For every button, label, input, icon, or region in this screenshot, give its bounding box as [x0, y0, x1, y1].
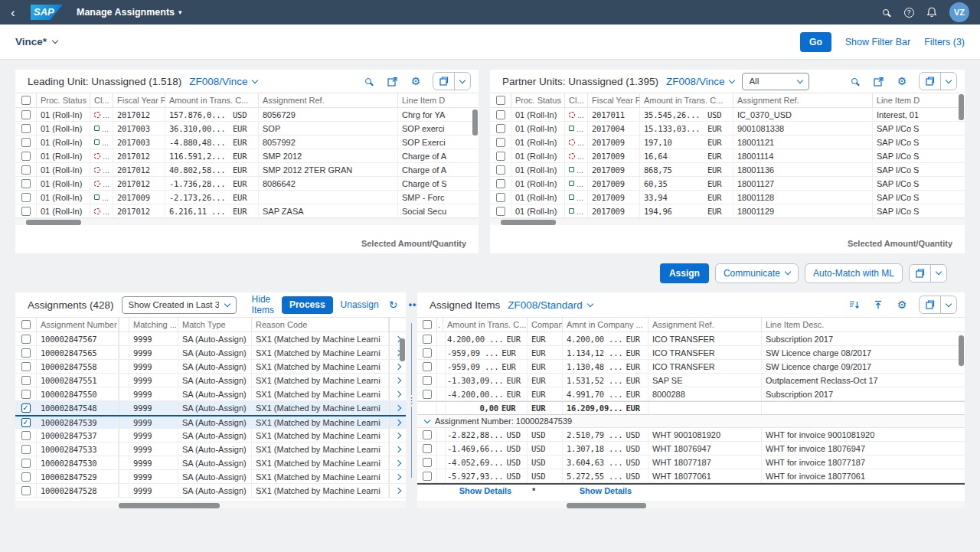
table-row[interactable]: -4.200,00...EUR EUR 4.991,70 ...EUR 8000… [417, 387, 965, 401]
leading-unit-selector[interactable]: ZF008/Vince [189, 76, 257, 87]
assignments-filter-select[interactable]: Show Created in Last 30... [122, 296, 237, 314]
table-row[interactable]: 01 (Roll-In) ... 2017009 16,64EUR 180011… [490, 149, 965, 163]
horizontal-scrollbar[interactable] [417, 501, 965, 508]
table-row[interactable]: 01 (Roll-In) ... 2017012 116.591,2...EUR… [15, 149, 479, 163]
help-icon[interactable]: ? [897, 8, 920, 18]
select-all-checkbox[interactable] [21, 96, 31, 105]
filters-link[interactable]: Filters (3) [924, 37, 965, 47]
select-all-checkbox[interactable] [423, 320, 432, 329]
table-row[interactable]: 100002847530 9999 SA (Auto-Assign) SX1 (… [15, 456, 406, 470]
copy-dropdown-chevron[interactable] [941, 296, 956, 313]
copy-icon[interactable] [910, 265, 931, 282]
table-row[interactable]: 100002847537 9999 SA (Auto-Assign) SX1 (… [15, 429, 406, 443]
table-row[interactable]: 01 (Roll-In) ... 2017009 197,10EUR 18001… [490, 136, 965, 149]
table-row[interactable]: 100002847533 9999 SA (Auto-Assign) SX1 (… [15, 443, 406, 456]
select-all-checkbox[interactable] [496, 96, 505, 105]
notifications-bell-icon[interactable] [920, 7, 943, 18]
back-icon[interactable]: ‹ [11, 6, 31, 19]
group-expand-chevron[interactable] [424, 416, 430, 423]
show-details-link[interactable]: Show Details [459, 486, 511, 495]
table-row[interactable]: -959,09 ...EUR EUR 1.134,12 ...EUR ICO T… [417, 346, 965, 360]
row-checkbox[interactable] [496, 207, 505, 216]
table-row[interactable]: 100002847548 9999 SA (Auto-Assign) SX1 (… [15, 401, 406, 415]
row-checkbox[interactable] [21, 431, 31, 440]
table-row[interactable]: 01 (Roll-In) ... 2017003 36.310,00...EUR… [15, 122, 479, 136]
table-row[interactable]: 01 (Roll-In) ... 2017009 868,75EUR 18001… [490, 163, 965, 177]
table-row[interactable]: 100002847529 9999 SA (Auto-Assign) SX1 (… [15, 470, 406, 484]
refresh-icon[interactable]: ↻ [387, 296, 400, 313]
panel-splitter[interactable]: ⋮ [406, 292, 417, 508]
table-row[interactable]: 4.200,00 ...EUR EUR 4.200,00 ...EUR ICO … [417, 332, 965, 346]
row-checkbox[interactable] [423, 430, 432, 439]
table-row[interactable]: 100002847565 9999 SA (Auto-Assign) SX1 (… [15, 346, 406, 360]
table-row[interactable]: 01 (Roll-In) ... 2017004 15.133,03...EUR… [490, 122, 965, 136]
table-row[interactable]: -959,09 ...EUR EUR 1.130,48 ...EUR ICO T… [417, 360, 965, 374]
shell-search-icon[interactable] [874, 9, 897, 15]
row-checkbox[interactable] [21, 418, 31, 427]
variant-selector[interactable]: Vince* [15, 36, 57, 47]
assign-button[interactable]: Assign [660, 263, 709, 283]
vertical-scrollbar[interactable] [399, 317, 406, 508]
app-title-menu[interactable]: Manage Assignments ▾ [77, 7, 182, 18]
table-row[interactable]: 100002847558 9999 SA (Auto-Assign) SX1 (… [15, 360, 406, 374]
table-row[interactable]: 01 (Roll-In) ... 2017009 194,96EUR 18001… [490, 204, 965, 218]
splitter-grip-icon[interactable]: ⋮ [407, 395, 416, 407]
collapse-to-top-icon[interactable] [871, 296, 885, 313]
row-checkbox[interactable] [496, 138, 505, 147]
row-checkbox[interactable] [496, 165, 505, 175]
table-row[interactable]: -5.927,93...USD USD 5.272,55 ...USD WHT … [417, 469, 965, 483]
copy-dropdown-chevron[interactable] [455, 73, 470, 90]
row-checkbox[interactable] [496, 193, 505, 202]
export-icon[interactable] [871, 73, 885, 90]
row-checkbox[interactable] [423, 458, 432, 467]
settings-gear-icon[interactable]: ⚙ [409, 73, 423, 90]
row-checkbox[interactable] [21, 390, 31, 399]
copy-dropdown-chevron[interactable] [931, 265, 946, 282]
communicate-button[interactable]: Communicate [715, 263, 799, 283]
process-button[interactable]: Process [282, 296, 333, 314]
vertical-scrollbar[interactable] [958, 93, 965, 234]
row-checkbox[interactable] [21, 348, 31, 358]
row-checkbox[interactable] [21, 376, 31, 385]
export-icon[interactable] [385, 73, 399, 90]
unassign-link[interactable]: Unassign [341, 299, 379, 310]
copy-icon[interactable] [920, 73, 941, 90]
row-checkbox[interactable] [496, 179, 505, 188]
horizontal-scrollbar[interactable] [15, 218, 479, 225]
table-row[interactable]: -2.822,88...USD USD 2.510,79 ...USD WHT … [417, 428, 965, 442]
row-checkbox[interactable] [21, 362, 31, 371]
row-checkbox[interactable] [423, 335, 432, 344]
table-row[interactable]: -1.303,09...EUR EUR 1.531,52 ...EUR SAP … [417, 374, 965, 387]
table-row[interactable]: 100002847550 9999 SA (Auto-Assign) SX1 (… [15, 387, 406, 401]
group-header-row[interactable]: Assignment Number: 100002847539 [417, 415, 965, 428]
table-search-icon[interactable] [848, 73, 861, 90]
go-button[interactable]: Go [800, 32, 831, 52]
row-checkbox[interactable] [423, 472, 432, 481]
table-row[interactable]: -4.052,69...USD USD 3.604,63 ...USD WHT … [417, 456, 965, 469]
copy-dropdown-chevron[interactable] [941, 73, 956, 90]
copy-icon[interactable] [433, 73, 455, 90]
select-all-checkbox[interactable] [21, 320, 31, 329]
row-checkbox[interactable] [21, 403, 31, 413]
row-checkbox[interactable] [21, 207, 31, 216]
settings-gear-icon[interactable]: ⚙ [895, 73, 909, 90]
show-filter-bar-link[interactable]: Show Filter Bar [845, 37, 910, 47]
table-row[interactable]: 100002847528 9999 SA (Auto-Assign) SX1 (… [15, 484, 406, 498]
row-checkbox[interactable] [21, 445, 31, 454]
table-row[interactable]: 01 (Roll-In) ... 2017012 -1.736,28...EUR… [15, 177, 479, 191]
row-checkbox[interactable] [423, 376, 432, 385]
auto-match-ml-button[interactable]: Auto-Match with ML [805, 263, 903, 283]
row-checkbox[interactable] [21, 335, 31, 344]
table-row[interactable]: 01 (Roll-In) ... 2017012 157.876,0...USD… [15, 108, 479, 122]
assigned-items-selector[interactable]: ZF008/Standard [508, 299, 593, 311]
table-row[interactable]: 100002847567 9999 SA (Auto-Assign) SX1 (… [15, 332, 406, 346]
row-checkbox[interactable] [423, 348, 432, 358]
settings-gear-icon[interactable]: ⚙ [895, 296, 909, 313]
sort-descending-icon[interactable] [848, 296, 861, 313]
row-checkbox[interactable] [21, 193, 31, 202]
user-avatar[interactable]: VZ [949, 2, 969, 22]
table-row[interactable]: 01 (Roll-In) ... 2017009 60,35EUR 180011… [490, 177, 965, 191]
table-row[interactable]: 01 (Roll-In) ... 2017011 35.545,26...USD… [490, 108, 965, 122]
horizontal-scrollbar[interactable] [490, 218, 965, 225]
row-checkbox[interactable] [496, 124, 505, 133]
